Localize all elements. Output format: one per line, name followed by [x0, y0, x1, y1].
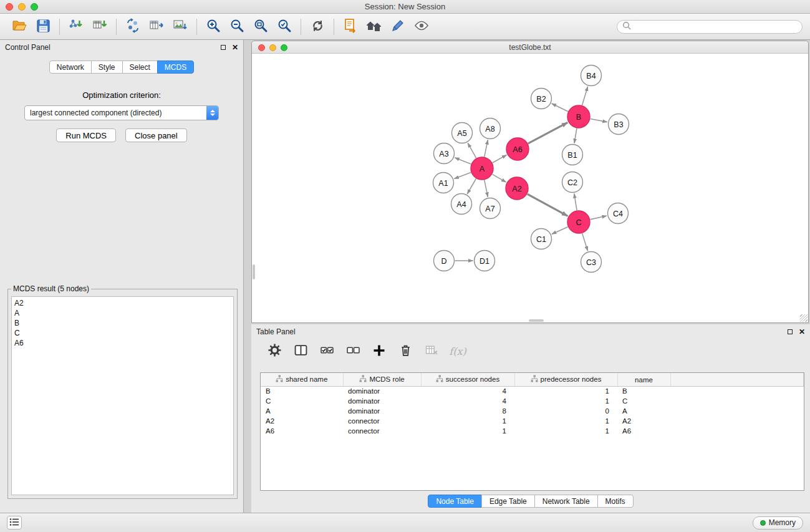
style-brush-button[interactable] [386, 16, 410, 37]
graph-edge-B-B2[interactable] [552, 104, 568, 112]
graph-edge-A-A2[interactable] [492, 174, 506, 182]
graph-node-A1[interactable]: A1 [433, 173, 454, 193]
resize-grip[interactable] [800, 314, 808, 322]
zoom-out-button[interactable] [225, 16, 249, 37]
minimize-window-button[interactable] [18, 3, 26, 11]
close-window-button[interactable] [6, 3, 13, 11]
criterion-dropdown[interactable]: largest connected component (directed) [24, 105, 219, 120]
tab-network[interactable]: Network [49, 60, 92, 74]
network-canvas[interactable]: B4B2BB3A5A8A6A3B1AA1C2A2A4A7C4CC1C3DD1 [252, 54, 808, 322]
refresh-layout-button[interactable] [306, 16, 329, 37]
tab-network-table[interactable]: Network Table [534, 495, 598, 508]
zoom-fit-button[interactable] [249, 16, 272, 37]
graph-edge-C-C2[interactable] [574, 193, 577, 210]
graph-node-A8[interactable]: A8 [480, 118, 501, 139]
run-mcds-button[interactable]: Run MCDS [56, 128, 116, 142]
close-panel-icon[interactable]: ✕ [232, 44, 238, 51]
cell-successor-nodes[interactable]: 4 [421, 396, 514, 406]
graph-edge-C-C3[interactable] [582, 233, 588, 251]
cell-shared-name[interactable]: C [261, 396, 343, 406]
zoom-in-button[interactable] [201, 16, 225, 37]
graph-node-C3[interactable]: C3 [581, 252, 602, 273]
cell-predecessor-nodes[interactable]: 1 [514, 426, 617, 436]
graph-node-A[interactable]: A [471, 157, 493, 180]
tab-node-table[interactable]: Node Table [428, 495, 482, 508]
minimize-view-button[interactable] [269, 44, 276, 51]
table-settings-button[interactable] [266, 344, 282, 359]
column-header-name[interactable]: name [617, 373, 670, 386]
cell-successor-nodes[interactable]: 4 [421, 386, 514, 396]
graph-edge-A-A1[interactable] [454, 173, 471, 179]
cell-name[interactable]: A [617, 406, 670, 416]
graph-edge-A-A7[interactable] [485, 180, 488, 197]
graph-edge-A-A5[interactable] [468, 143, 476, 158]
cell-shared-name[interactable]: B [261, 386, 343, 396]
float-table-panel-icon[interactable] [788, 329, 793, 334]
memory-button[interactable]: Memory [753, 516, 803, 530]
result-item[interactable]: A6 [14, 338, 231, 348]
table-row[interactable]: A2 connector 1 1 A2 [261, 416, 804, 426]
graph-edge-A-A8[interactable] [485, 140, 488, 157]
horizontal-scroll-thumb[interactable] [529, 319, 544, 322]
import-table-button[interactable] [88, 16, 112, 37]
table-row[interactable]: B dominator 4 1 B [261, 386, 804, 396]
graph-node-A7[interactable]: A7 [480, 198, 501, 219]
close-panel-button[interactable]: Close panel [125, 128, 187, 142]
graph-node-C[interactable]: C [567, 211, 590, 233]
graph-edge-A-A6[interactable] [493, 155, 507, 163]
graph-node-D[interactable]: D [434, 251, 455, 271]
graph-edge-A-A3[interactable] [455, 158, 471, 164]
graph-node-D1[interactable]: D1 [475, 251, 495, 271]
cell-mcds-role[interactable]: dominator [343, 396, 421, 406]
column-header-shared-name[interactable]: shared name [261, 373, 343, 386]
graph-node-A3[interactable]: A3 [434, 143, 455, 164]
cell-name[interactable]: A6 [617, 426, 670, 436]
graph-edge-B-B4[interactable] [582, 87, 588, 105]
result-item[interactable]: A [14, 308, 231, 318]
first-neighbors-button[interactable] [339, 16, 362, 37]
result-item[interactable]: C [14, 328, 231, 338]
cell-successor-nodes[interactable]: 1 [421, 416, 514, 426]
graph-node-B1[interactable]: B1 [562, 145, 583, 165]
float-panel-icon[interactable] [221, 45, 226, 50]
column-header-predecessor-nodes[interactable]: predecessor nodes [514, 373, 617, 386]
cell-mcds-role[interactable]: dominator [343, 406, 421, 416]
graph-edge-A6-B[interactable] [528, 122, 568, 143]
result-item[interactable]: B [14, 318, 231, 328]
graph-edge-A-A4[interactable] [467, 178, 476, 194]
cell-mcds-role[interactable]: dominator [343, 386, 421, 396]
tab-style[interactable]: Style [91, 60, 123, 74]
cell-predecessor-nodes[interactable]: 0 [514, 406, 617, 416]
tab-mcds[interactable]: MCDS [157, 60, 194, 74]
cell-predecessor-nodes[interactable]: 1 [514, 416, 617, 426]
delete-table-button[interactable] [423, 344, 440, 359]
graph-node-A4[interactable]: A4 [451, 194, 472, 215]
table-row[interactable]: C dominator 4 1 C [261, 396, 804, 406]
open-session-button[interactable] [7, 16, 31, 37]
graph-edge-C-C1[interactable] [552, 227, 568, 235]
graph-node-B4[interactable]: B4 [581, 65, 602, 86]
cell-shared-name[interactable]: A2 [261, 416, 343, 426]
tab-select[interactable]: Select [122, 60, 158, 74]
graph-node-B[interactable]: B [567, 105, 590, 128]
save-session-button[interactable] [31, 16, 55, 37]
create-column-button[interactable] [371, 344, 387, 359]
show-task-history-button[interactable] [7, 516, 22, 530]
tab-edge-table[interactable]: Edge Table [481, 495, 535, 508]
graph-edge-B-B1[interactable] [574, 128, 577, 143]
delete-column-button[interactable] [397, 344, 413, 359]
select-all-columns-button[interactable] [319, 344, 335, 359]
cell-mcds-role[interactable]: connector [343, 416, 421, 426]
close-table-panel-icon[interactable]: ✕ [799, 328, 805, 336]
close-view-button[interactable] [258, 44, 265, 51]
import-network-button[interactable] [64, 16, 88, 37]
graph-node-B3[interactable]: B3 [609, 114, 629, 135]
network-graph[interactable]: B4B2BB3A5A8A6A3B1AA1C2A2A4A7C4CC1C3DD1 [252, 54, 808, 322]
show-columns-button[interactable] [292, 344, 309, 359]
cell-successor-nodes[interactable]: 1 [421, 426, 514, 436]
cell-shared-name[interactable]: A [261, 406, 343, 416]
mcds-result-list[interactable]: A2 A B C A6 [11, 296, 234, 495]
column-header-mcds-role[interactable]: MCDS role [343, 373, 421, 386]
column-header-successor-nodes[interactable]: successor nodes [421, 373, 514, 386]
table-row[interactable]: A6 connector 1 1 A6 [261, 426, 804, 436]
